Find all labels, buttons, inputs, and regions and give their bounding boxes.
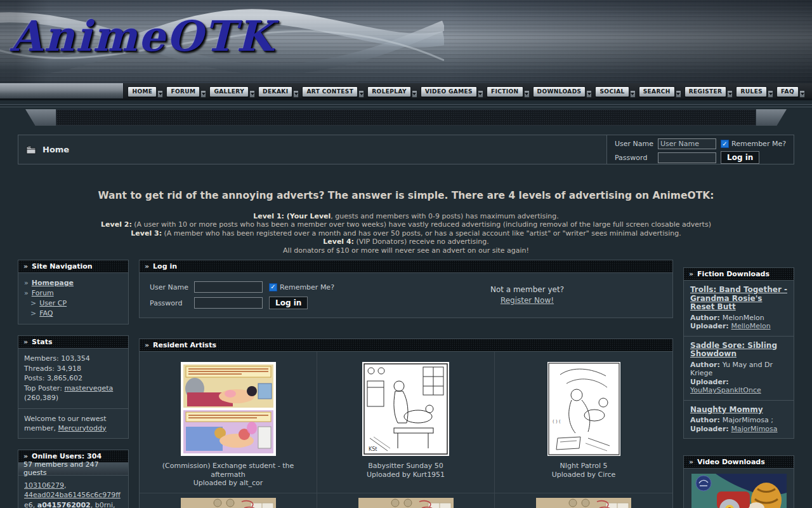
panel-title: Stats (32, 338, 52, 346)
nav-item-faq[interactable]: FAQ (776, 84, 807, 98)
sidebar-link-homepage[interactable]: Homepage (32, 278, 74, 288)
artist-thumbnail-link[interactable] (181, 362, 276, 456)
arrow-icon: > (30, 309, 36, 319)
site-navigation-links: »Homepage»Forum>User CP>FAQ (18, 273, 128, 324)
user-link-103106279[interactable]: 103106279 (24, 481, 64, 490)
newest-member-link[interactable]: Mercurytoddy (58, 424, 106, 432)
artist-thumbnail-link[interactable]: Detention (536, 498, 631, 508)
password-label: Password (150, 299, 189, 307)
fiction-author: Author: MelonMelon (690, 314, 787, 323)
nav-button-label: FAQ (776, 86, 799, 97)
nav-item-rules[interactable]: RULES (736, 84, 775, 98)
nav-item-social[interactable]: SOCIAL (595, 84, 637, 98)
artist-thumbnail-link[interactable]: KSt (362, 362, 449, 456)
chevron-down-icon[interactable] (157, 90, 163, 98)
nav-item-video-games[interactable]: VIDEO GAMES (421, 84, 485, 98)
artist-thumbnail-link[interactable]: Detention (181, 498, 276, 508)
advert-text-segment: , guests and members with 0-9 posts) has… (331, 212, 558, 220)
username-input[interactable] (658, 138, 716, 149)
artist-item-night-patrol-5: ( ) ( NIght Patrol 5Uploaded by Circe (495, 352, 672, 493)
chevron-down-icon[interactable] (676, 90, 681, 98)
nav-button-label: FICTION (487, 86, 523, 97)
chevron-down-icon[interactable] (293, 90, 299, 98)
nav-button-label: SOCIAL (595, 86, 629, 97)
user-link-b0rni[interactable]: b0rni (95, 501, 113, 508)
nav-item-search[interactable]: SEARCH (639, 84, 683, 98)
arrow-icon: > (30, 298, 36, 309)
artist-thumbnail-link[interactable]: ( ) ( (547, 362, 620, 456)
sidebar-link-forum[interactable]: Forum (32, 288, 54, 298)
newest-member-note: Welcome to our newest member, Mercurytod… (18, 408, 128, 438)
password-input[interactable] (194, 297, 263, 309)
password-input[interactable] (658, 152, 716, 163)
nav-item-downloads[interactable]: DOWNLOADS (533, 84, 594, 98)
sidebar-link-faq[interactable]: FAQ (39, 309, 53, 319)
chevron-down-icon[interactable] (358, 90, 364, 98)
nav-item-home[interactable]: HOME (128, 84, 165, 98)
fiction-title-link[interactable]: Trolls: Band Together - Grandma Rosie's … (690, 286, 787, 312)
fiction-uploader-link[interactable]: MelloMelon (731, 322, 771, 330)
video-downloads-header: » Video Downloads (684, 456, 794, 469)
advert-text-segment: (A member who has been registered over a… (162, 229, 681, 237)
chevron-down-icon[interactable] (768, 90, 773, 98)
login-button[interactable]: Log in (269, 297, 308, 309)
video-thumbnail-link[interactable] (691, 474, 787, 508)
artist-item: Detention (495, 493, 672, 508)
top-login-form: User Name ✓ Remember Me? Password Log in (606, 135, 794, 164)
not-member-text: Not a member yet? (490, 284, 564, 295)
nav-item-dekaki[interactable]: DEKAKI (258, 84, 301, 98)
nav-item-roleplay[interactable]: ROLEPLAY (367, 84, 419, 98)
panel-title: Log in (153, 262, 177, 271)
nav-item-fiction[interactable]: FICTION (487, 84, 532, 98)
top-poster-link[interactable]: mastervegeta (64, 384, 113, 392)
login-button[interactable]: Log in (721, 151, 759, 164)
chevron-down-icon[interactable] (630, 90, 636, 98)
register-link[interactable]: Register Now! (501, 296, 554, 305)
nav-button-label: HOME (128, 86, 157, 97)
header-banner: AnimeOTK (0, 0, 812, 83)
chevron-down-icon[interactable] (478, 90, 483, 98)
remember-label: Remember Me? (280, 283, 334, 291)
fiction-title-link[interactable]: Naughty Mommy (690, 406, 787, 415)
video-downloads-body: Tu Seras un Taxi, Mon Fils! (684, 469, 794, 508)
fiction-title-link[interactable]: Saddle Sore: Sibling Showdown (690, 342, 787, 359)
remember-checkbox[interactable]: ✓ (269, 283, 277, 291)
user-link-a0415762002[interactable]: a0415762002 (37, 501, 91, 508)
nav-bar: HOMEFORUMGALLERYDEKAKIART CONTESTROLEPLA… (0, 83, 812, 100)
chevron-down-icon[interactable] (799, 90, 805, 98)
sidebar-item-homepage: »Homepage (24, 278, 122, 288)
chevron-down-icon[interactable] (727, 90, 733, 98)
stat-label: Posts: (24, 374, 47, 382)
artwork-thumbnail: Detention (536, 498, 631, 508)
nav-button-label: DOWNLOADS (533, 86, 586, 97)
sidebar-link-user-cp[interactable]: User CP (39, 298, 67, 309)
chevron-down-icon[interactable] (586, 90, 592, 98)
video-downloads-panel: » Video Downloads Tu Seras un Taxi, Mon … (683, 455, 794, 508)
advert-text-segment: (VIP Donators) receive no advertising. (354, 237, 489, 246)
artist-thumbnail-link[interactable]: Detention (358, 498, 454, 508)
chevron-down-icon[interactable] (200, 90, 206, 98)
sidebar-item-forum: »Forum (24, 288, 122, 298)
username-input[interactable] (194, 281, 263, 293)
chevron-down-icon[interactable] (412, 90, 417, 98)
fiction-uploader-link[interactable]: MajorMimosa (731, 425, 778, 433)
nav-bar-spacer (0, 83, 123, 98)
fiction-uploader-link[interactable]: YouMaySpankItOnce (690, 386, 761, 394)
fiction-uploader-label: Uploader: (690, 322, 731, 330)
nav-button-label: VIDEO GAMES (421, 86, 477, 97)
chevron-down-icon[interactable] (249, 90, 255, 98)
stat-value: 103,354 (61, 354, 90, 363)
fiction-items: Trolls: Band Together - Grandma Rosie's … (684, 281, 794, 438)
remember-checkbox[interactable]: ✓ (721, 140, 729, 148)
artist-caption: NIght Patrol 5 (500, 462, 667, 471)
nav-item-forum[interactable]: FORUM (166, 84, 208, 98)
site-logo[interactable]: AnimeOTK (10, 11, 274, 61)
nav-button-label: ROLEPLAY (367, 86, 411, 97)
nav-item-register[interactable]: REGISTER (684, 84, 735, 98)
online-users-subtitle: 57 members and 247 guests (18, 463, 128, 476)
chevron-down-icon[interactable] (524, 90, 530, 98)
artist-item: Detention (140, 493, 317, 508)
nav-item-gallery[interactable]: GALLERY (209, 84, 257, 98)
nav-item-art-contest[interactable]: ART CONTEST (302, 84, 366, 98)
chevron-down-glyph (412, 93, 416, 95)
